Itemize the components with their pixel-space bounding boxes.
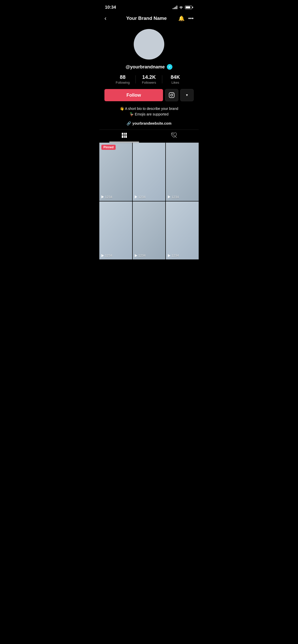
status-icons bbox=[173, 6, 193, 9]
instagram-icon bbox=[169, 92, 175, 98]
battery-icon bbox=[185, 6, 193, 9]
dropdown-button[interactable]: ▼ bbox=[180, 89, 194, 101]
play-icon bbox=[101, 195, 104, 198]
page-title: Your Brand Name bbox=[115, 16, 178, 21]
status-time: 10:34 bbox=[105, 5, 116, 10]
grid-icon bbox=[121, 133, 127, 139]
bio-line-2: 🦆 Emojis are supported bbox=[107, 111, 191, 117]
following-label: Following bbox=[110, 81, 136, 84]
chevron-down-icon: ▼ bbox=[185, 93, 188, 97]
instagram-button[interactable] bbox=[165, 89, 178, 101]
followers-stat[interactable]: 14.2K Followers bbox=[136, 74, 162, 84]
followers-label: Followers bbox=[136, 81, 162, 84]
verified-badge: ✓ bbox=[167, 64, 172, 70]
bio-section: 👋 A short bio to describe your brand 🦆 E… bbox=[99, 106, 199, 120]
header: ‹ Your Brand Name 🔔 ••• bbox=[99, 13, 199, 25]
play-icon bbox=[135, 195, 137, 198]
video-count-5: 1234 bbox=[138, 254, 146, 257]
status-bar: 10:34 bbox=[99, 0, 199, 13]
video-play-row-1: 1234 bbox=[101, 195, 112, 199]
stats-section: 88 Following 14.2K Followers 84K Likes bbox=[99, 73, 199, 89]
website-row[interactable]: 🔗 yourbrandwebsite.com bbox=[99, 120, 199, 129]
username-section: @yourbrandname ✓ bbox=[99, 63, 199, 73]
followers-count: 14.2K bbox=[136, 74, 162, 80]
video-play-row-4: 1234 bbox=[101, 254, 112, 257]
bio-line-1: 👋 A short bio to describe your brand bbox=[107, 106, 191, 111]
heart-slash-icon bbox=[171, 133, 177, 139]
action-buttons: Follow ▼ bbox=[99, 89, 199, 106]
video-thumb-1[interactable]: Pinned 1234 bbox=[99, 143, 132, 201]
video-play-row-5: 1234 bbox=[135, 254, 146, 257]
tab-posts[interactable] bbox=[99, 130, 149, 142]
website-link[interactable]: yourbrandwebsite.com bbox=[132, 121, 171, 125]
video-count-2: 1234 bbox=[138, 195, 146, 199]
video-count-6: 1234 bbox=[171, 254, 179, 257]
play-icon bbox=[135, 254, 137, 257]
video-play-row-2: 1234 bbox=[135, 195, 146, 199]
svg-rect-0 bbox=[169, 93, 174, 98]
notification-bell-icon[interactable]: 🔔 bbox=[178, 15, 185, 21]
play-icon bbox=[168, 254, 170, 257]
svg-rect-7 bbox=[124, 135, 125, 138]
avatar-section bbox=[99, 25, 199, 63]
video-play-row-6: 1234 bbox=[168, 254, 179, 257]
video-count-4: 1234 bbox=[105, 254, 112, 257]
follow-button[interactable]: Follow bbox=[104, 89, 163, 101]
svg-point-2 bbox=[173, 93, 173, 94]
following-count: 88 bbox=[110, 74, 136, 80]
svg-rect-8 bbox=[125, 135, 127, 138]
tabs-bar bbox=[99, 129, 199, 143]
avatar bbox=[134, 29, 164, 60]
svg-rect-3 bbox=[122, 133, 123, 135]
video-count-3: 1234 bbox=[171, 195, 179, 199]
video-play-row-3: 1234 bbox=[168, 195, 179, 199]
video-thumb-2[interactable]: 1234 bbox=[133, 143, 166, 201]
following-stat[interactable]: 88 Following bbox=[110, 74, 136, 84]
svg-rect-6 bbox=[122, 135, 123, 138]
back-button[interactable]: ‹ bbox=[104, 15, 115, 22]
svg-rect-5 bbox=[125, 133, 127, 135]
username-text: @yourbrandname bbox=[126, 64, 165, 70]
svg-rect-4 bbox=[124, 133, 125, 135]
video-count-1: 1234 bbox=[105, 195, 112, 199]
video-thumb-6[interactable]: 1234 bbox=[166, 201, 199, 260]
svg-point-1 bbox=[171, 94, 173, 96]
video-thumb-5[interactable]: 1234 bbox=[133, 201, 166, 260]
likes-count: 84K bbox=[162, 74, 188, 80]
wifi-icon bbox=[179, 6, 183, 9]
verified-check-icon: ✓ bbox=[168, 65, 171, 69]
signal-icon bbox=[173, 6, 177, 9]
play-icon bbox=[101, 254, 104, 257]
likes-label: Likes bbox=[162, 81, 188, 84]
more-options-button[interactable]: ••• bbox=[188, 16, 194, 21]
video-thumb-3[interactable]: 1234 bbox=[166, 143, 199, 201]
pinned-badge: Pinned bbox=[101, 145, 116, 150]
likes-stat[interactable]: 84K Likes bbox=[162, 74, 188, 84]
play-icon bbox=[168, 195, 170, 198]
link-icon: 🔗 bbox=[127, 121, 131, 125]
header-actions: 🔔 ••• bbox=[178, 15, 194, 21]
video-thumb-4[interactable]: 1234 bbox=[99, 201, 132, 260]
video-grid: Pinned 1234 1234 1234 1234 1234 1234 bbox=[99, 143, 199, 260]
tab-liked[interactable] bbox=[149, 130, 199, 142]
